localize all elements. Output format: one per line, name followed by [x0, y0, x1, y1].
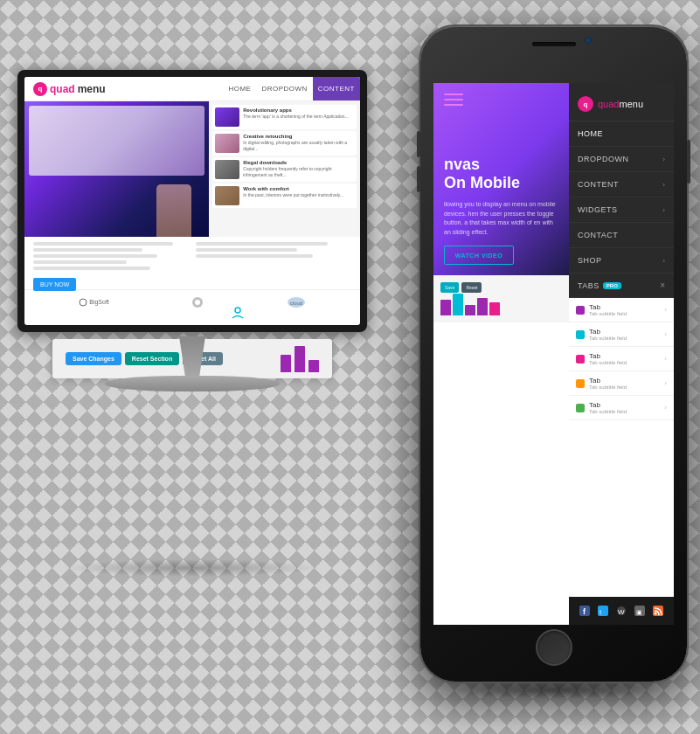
monitor-card-4: Work with comfort In the past, interiors…: [212, 184, 357, 208]
nav-item-dropdown-label: DROPDOWN: [578, 155, 629, 163]
phone-vol-up-btn[interactable]: [417, 131, 420, 157]
phone-hamburger-menu[interactable]: [444, 93, 463, 109]
phone-nav-item-content[interactable]: CONTENT ›: [569, 172, 674, 197]
svg-text:W: W: [618, 608, 625, 616]
card-desc-1: The term 'app' is a shortening of the te…: [243, 114, 349, 120]
tab-info-5: Tab Tab subtitle field: [589, 401, 660, 414]
logo-menu-text: menu: [78, 83, 106, 95]
svg-point-2: [195, 300, 200, 305]
phone-tab-item-3[interactable]: Tab Tab subtitle field ›: [569, 347, 674, 371]
twitter-svg: t: [598, 606, 608, 616]
phone-save-btn[interactable]: Save: [440, 282, 459, 293]
twitter-icon[interactable]: t: [596, 604, 610, 618]
monitor-user-icon: [229, 304, 246, 322]
svg-point-5: [235, 308, 240, 313]
bar-chart-1: [440, 300, 451, 315]
tab-chevron-1: ›: [664, 306, 667, 314]
text-line: [33, 248, 142, 252]
dropdown-chevron-icon: ›: [662, 156, 665, 163]
content-chevron-icon: ›: [662, 181, 665, 189]
footer-logo-2: [191, 296, 204, 308]
monitor-card-2: Creative retouching In digital editing, …: [212, 131, 357, 156]
nav-item-widgets-label: WIDGETS: [578, 205, 618, 214]
phone-reset-btn[interactable]: Reset: [461, 282, 482, 293]
nav-link-home[interactable]: HOME: [223, 77, 256, 100]
user-icon: [231, 306, 245, 320]
bar-3: [308, 360, 319, 372]
phone-content-section: Save Reset: [433, 275, 569, 322]
phone-social-bar: f t W: [569, 597, 674, 625]
phone-vol-down-btn[interactable]: [417, 166, 420, 192]
phone-shadow: [447, 682, 664, 699]
card-img-1: [215, 107, 239, 127]
card-desc-3: Copyright holders frequently refer to co…: [243, 166, 354, 177]
phone-power-btn[interactable]: [687, 140, 690, 184]
widgets-chevron-icon: ›: [662, 206, 665, 214]
phone-speaker: [532, 42, 576, 46]
nav-item-contact-label: CONTACT: [578, 231, 618, 239]
save-changes-btn[interactable]: Save Changes: [66, 352, 121, 365]
phone-nav-item-contact[interactable]: CONTACT: [569, 223, 674, 248]
phone-hero-subtitle: llowing you to display an menu on mobile…: [444, 200, 558, 237]
bar-chart-5: [489, 302, 500, 315]
monitor-logo: q quadmenu: [33, 82, 106, 96]
phone-body: nvasOn Mobile llowing you to display an …: [420, 26, 687, 682]
phone-tab-item-4[interactable]: Tab Tab subtitle field ›: [569, 371, 674, 396]
monitor-text-block-1: BUY NOW: [33, 242, 189, 284]
phone-screen-left: nvasOn Mobile llowing you to display an …: [433, 83, 569, 625]
phone-hero-title: nvasOn Mobile: [444, 156, 558, 193]
card-desc-2: In digital editing, photographs are usua…: [243, 140, 354, 151]
phone-nav-drawer: q quadmenu HOME DROPDOWN › CONTENT ›: [569, 83, 674, 625]
monitor-hero: Revolutionary apps The term 'app' is a s…: [24, 101, 360, 237]
footer-logo-bigsoft: BigSoft: [79, 298, 109, 307]
phone-nav-logo-icon: q: [578, 96, 593, 112]
calendar-icon[interactable]: ▣: [633, 604, 647, 618]
phone-logo-menu: menu: [619, 99, 643, 109]
calendar-svg: ▣: [634, 606, 645, 616]
phone-nav-item-shop[interactable]: SHOP ›: [569, 248, 674, 274]
phone-nav-item-home[interactable]: HOME: [569, 121, 674, 147]
phone-nav-item-widgets[interactable]: WIDGETS ›: [569, 197, 674, 223]
logo-quad-text: quad: [50, 83, 75, 95]
rss-icon[interactable]: [651, 604, 665, 618]
phone-tab-item-1[interactable]: Tab Tab subtitle field ›: [569, 298, 674, 322]
phone-bars-chart: [440, 298, 562, 315]
monitor-buy-btn[interactable]: BUY NOW: [33, 278, 76, 291]
hamburger-line-2: [444, 99, 463, 100]
tabs-badge: PRO: [603, 282, 621, 289]
tab-icon-2: [576, 330, 585, 339]
tab-sub-3: Tab subtitle field: [589, 360, 660, 365]
nav-link-content[interactable]: CONTENT: [313, 77, 360, 100]
nav-link-dropdown[interactable]: DROPDOWN: [256, 77, 312, 100]
phone-screen: nvasOn Mobile llowing you to display an …: [433, 83, 674, 625]
reset-section-btn[interactable]: Reset Section: [125, 352, 179, 365]
monitor-hero-cards: Revolutionary apps The term 'app' is a s…: [209, 101, 360, 237]
tab-chevron-4: ›: [664, 379, 667, 387]
phone-nav-item-dropdown[interactable]: DROPDOWN ›: [569, 147, 674, 172]
bar-2: [295, 346, 305, 372]
card-desc-4: In the past, interiors were put together…: [243, 192, 343, 198]
monitor-screen: q quadmenu HOME DROPDOWN CONTENT: [24, 77, 360, 325]
tab-title-4: Tab: [589, 377, 660, 384]
bigsoft-icon: [79, 298, 87, 307]
phone-tab-item-2[interactable]: Tab Tab subtitle field ›: [569, 322, 674, 347]
tab-chevron-3: ›: [664, 355, 667, 363]
facebook-icon[interactable]: f: [578, 604, 592, 618]
text-line: [196, 248, 297, 252]
card-title-1: Revolutionary apps: [243, 107, 349, 113]
monitor-shadow: [61, 559, 323, 577]
phone-tab-item-5[interactable]: Tab Tab subtitle field ›: [569, 396, 674, 420]
text-line: [196, 254, 313, 258]
monitor-hero-person: [156, 184, 191, 237]
text-line: [196, 242, 328, 246]
phone-home-button[interactable]: [536, 629, 572, 666]
phone-watch-video-btn[interactable]: WATCH VIDEO: [444, 246, 514, 265]
phone-hero-section: nvasOn Mobile llowing you to display an …: [433, 83, 569, 275]
wordpress-icon[interactable]: W: [614, 604, 628, 618]
monitor-bezel: q quadmenu HOME DROPDOWN CONTENT: [17, 70, 367, 332]
tab-icon-5: [576, 404, 585, 412]
tabs-label: TABS: [578, 281, 600, 290]
tab-title-3: Tab: [589, 352, 660, 360]
tabs-close-icon[interactable]: ×: [660, 280, 665, 290]
monitor-device: q quadmenu HOME DROPDOWN CONTENT: [17, 70, 385, 577]
